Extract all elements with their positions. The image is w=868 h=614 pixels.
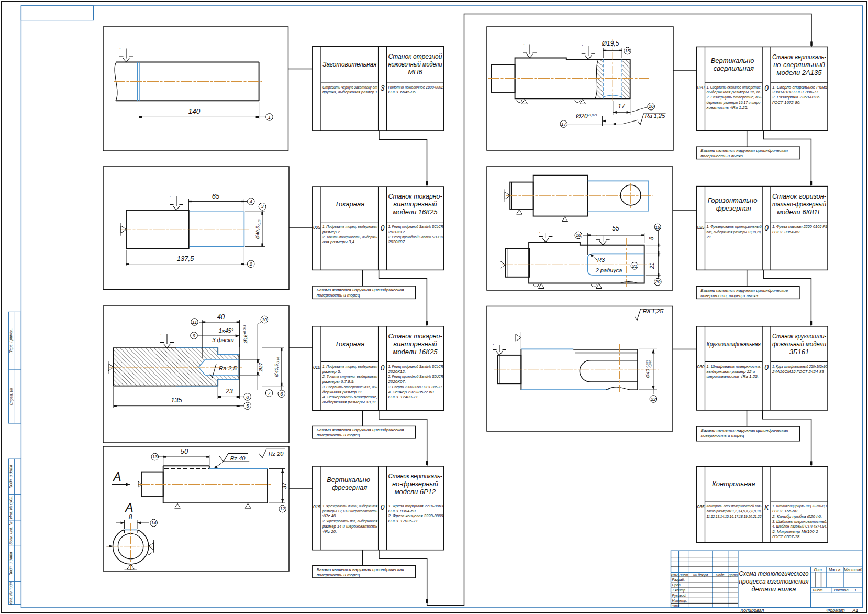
svg-text:размеры 12,13 и шероховатость: размеры 12,13 и шероховатость (322, 509, 377, 513)
svg-text:’: ’ (160, 333, 161, 337)
svg-text:’: ’ (539, 231, 540, 236)
svg-text:8: 8 (129, 513, 132, 521)
svg-text:тально-фрезерный: тально-фрезерный (772, 200, 826, 208)
svg-text:Ra 1,25: Ra 1,25 (643, 308, 663, 314)
svg-text:Подп.: Подп. (716, 573, 725, 577)
svg-text:2. Резец проходной Sandvik SDJ: 2. Резец проходной Sandvik SDJCR (388, 374, 443, 379)
svg-text:0: 0 (764, 224, 769, 232)
svg-text:ГОСТ 3964-69.: ГОСТ 3964-69. (772, 229, 801, 234)
svg-text:ГОСТ 166-80.: ГОСТ 166-80. (772, 509, 798, 513)
svg-text:’: ’ (170, 195, 171, 200)
svg-text:Круглошлифовальная: Круглошлифовальная (707, 340, 761, 348)
svg-text:ГОСТ 6645-86.: ГОСТ 6645-86. (388, 90, 417, 94)
svg-text:5. Микрометр МК100-2: 5. Микрометр МК100-2 (772, 529, 818, 534)
svg-text:1. Сверло спиральное Р6М5: 1. Сверло спиральное Р6М5 (772, 85, 828, 90)
svg-text:Взам. инв. №: Взам. инв. № (8, 521, 13, 545)
svg-text:Станок горизон-: Станок горизон- (772, 192, 827, 200)
svg-text:0: 0 (764, 84, 769, 92)
svg-text:А: А (124, 501, 133, 514)
svg-text:Контрольная: Контрольная (712, 480, 755, 488)
svg-text:Изм.: Изм. (671, 573, 679, 577)
svg-text:процесса изготовления: процесса изготовления (739, 577, 809, 585)
svg-text:025: 025 (697, 225, 704, 230)
svg-text:21: 21 (649, 262, 655, 269)
svg-text:А: А (112, 470, 121, 484)
svg-text:Станок токарно-: Станок токарно- (388, 332, 443, 340)
svg-text:1. Фреза пазовая 2250-0105 Р9: 1. Фреза пазовая 2250-0105 Р9 (772, 224, 827, 229)
svg-text:’: ’ (493, 343, 494, 348)
svg-text:шероховатость √Ra 1,25.: шероховатость √Ra 1,25. (707, 374, 759, 379)
svg-text:А1: А1 (852, 608, 858, 613)
svg-text:1. Штангенциркуль ШЦ II-250-0,: 1. Штангенциркуль ШЦ II-250-0,1 (772, 503, 827, 508)
svg-text:сверлильная: сверлильная (714, 64, 754, 72)
svg-text:Станок вертикаль-: Станок вертикаль- (772, 53, 827, 61)
svg-text:ГОСТ 9304-69.: ГОСТ 9304-69. (388, 509, 417, 513)
svg-text:2. Точить ступени, выдерживая: 2. Точить ступени, выдерживая (322, 374, 377, 379)
svg-text:0: 0 (381, 224, 385, 232)
svg-text:1. Фрезеровать прямоугольный: 1. Фрезеровать прямоугольный (707, 224, 762, 229)
svg-text:9: 9 (193, 333, 195, 338)
svg-text:020: 020 (697, 85, 704, 90)
svg-text:17: 17 (561, 122, 567, 127)
svg-text:40: 40 (217, 313, 225, 321)
svg-text:Rz 40: Rz 40 (230, 455, 246, 462)
svg-text:2300-0108 ГОСТ 886-77.: 2300-0108 ГОСТ 886-77. (772, 90, 820, 94)
svg-text:поверхность и торец: поверхность и торец (701, 433, 744, 438)
svg-text:19: 19 (655, 225, 660, 230)
svg-text:3: 3 (261, 204, 263, 209)
svg-text:выдерживая размеры 10,11.: выдерживая размеры 10,11. (322, 400, 377, 404)
svg-text:Пров: Пров (672, 583, 681, 587)
svg-text:Подп. и дата: Подп. и дата (8, 465, 13, 488)
svg-text:Станок вертикаль-: Станок вертикаль- (388, 472, 443, 480)
svg-text:поверхность и торец: поверхность и торец (317, 433, 360, 437)
svg-text:Лит.: Лит. (813, 567, 823, 572)
svg-text:модели 16К25: модели 16К25 (393, 348, 438, 356)
svg-text:Дата: Дата (728, 573, 738, 577)
svg-text:модели 2А135: модели 2А135 (777, 69, 822, 76)
svg-text:ГОСТ 12489-71.: ГОСТ 12489-71. (388, 394, 419, 399)
svg-text:137,5: 137,5 (177, 255, 194, 262)
svg-text:фовальный модели: фовальный модели (772, 340, 826, 348)
svg-text:но-сверлильный: но-сверлильный (773, 61, 825, 69)
svg-text:Инв. № подл.: Инв. № подл. (8, 581, 13, 605)
svg-text:015: 015 (313, 504, 320, 509)
svg-text:2. Фрезеровать паз, выдерживая: 2. Фрезеровать паз, выдерживая (322, 519, 377, 523)
svg-text:Масштаб: Масштаб (844, 567, 863, 572)
svg-text:1. Подрезать торец, выдерживая: 1. Подрезать торец, выдерживая (322, 364, 378, 369)
svg-text:Утв.: Утв. (672, 604, 681, 608)
svg-text:16: 16 (649, 104, 654, 109)
svg-text:Масса: Масса (829, 567, 840, 572)
svg-text:23: 23 (225, 388, 233, 395)
svg-text:0: 0 (381, 364, 385, 372)
svg-text:8: 8 (246, 394, 249, 400)
svg-text:Станок отрезной: Станок отрезной (388, 52, 442, 60)
svg-text:держивая размер 11.: держивая размер 11. (322, 390, 363, 394)
svg-text:Заготовительная: Заготовительная (322, 60, 376, 68)
svg-text:3. Шаблоны шероховатостей.: 3. Шаблоны шероховатостей. (772, 519, 827, 524)
svg-text:11,12,13,14,15,16,17,18,19,20,: 11,12,13,14,15,16,17,18,19,20,21,22 (707, 514, 762, 519)
svg-text:12: 12 (280, 506, 285, 511)
svg-text:поверхность и торец: поверхность и торец (317, 573, 360, 577)
svg-text:4: 4 (250, 199, 252, 204)
svg-text:Разраб.: Разраб. (672, 578, 685, 582)
svg-text:ГОСТ 6507-78.: ГОСТ 6507-78. (772, 534, 801, 539)
svg-text:размер 5.: размер 5. (322, 369, 341, 374)
svg-text:2020К07.: 2020К07. (388, 379, 406, 384)
svg-text:модели 16К25: модели 16К25 (393, 208, 438, 216)
svg-text:22: 22 (650, 397, 656, 402)
svg-text:Токарная: Токарная (335, 340, 364, 348)
svg-text:Лист: Лист (812, 588, 822, 593)
svg-text:1. Резец подрезной Sandvik SCL: 1. Резец подрезной Sandvik SCLCR (388, 364, 443, 369)
svg-text:2020К07.: 2020К07. (388, 239, 406, 244)
svg-text:Горизонтально-: Горизонтально- (708, 196, 760, 204)
svg-text:Перв. примен.: Перв. примен. (9, 328, 14, 354)
svg-text:55: 55 (612, 225, 619, 232)
svg-text:8: 8 (648, 236, 654, 240)
svg-text:Базами является наружная цилин: Базами является наружная цилиндрическая (317, 288, 405, 292)
svg-text:прутка, выдерживая размер 1: прутка, выдерживая размер 1 (322, 90, 377, 94)
svg-text:’: ’ (523, 43, 524, 48)
svg-text:14: 14 (151, 520, 157, 525)
svg-text:винторезный: винторезный (393, 340, 437, 348)
svg-text:ласно размерам 1,2,3,4,5,6,7,8: ласно размерам 1,2,3,4,5,6,7,8,9,10, (706, 509, 762, 513)
svg-text:2. Фреза концевая 2220-0009: 2. Фреза концевая 2220-0009 (388, 513, 443, 518)
